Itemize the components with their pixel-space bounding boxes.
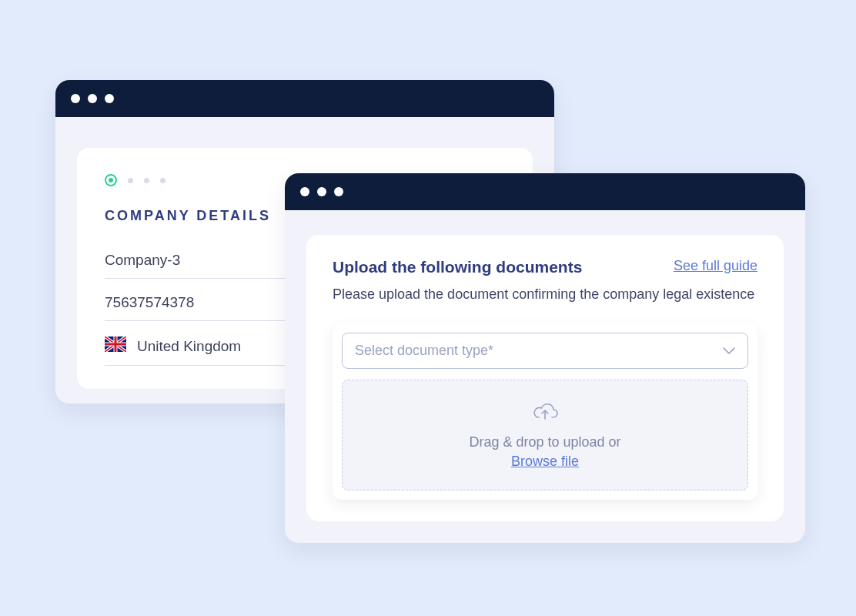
window-control-dot[interactable] bbox=[334, 187, 343, 196]
file-dropzone[interactable]: Drag & drop to upload or Browse file bbox=[342, 380, 748, 490]
upload-card: Upload the following documents See full … bbox=[306, 235, 784, 521]
uk-flag-icon bbox=[105, 336, 126, 356]
titlebar bbox=[285, 173, 805, 210]
window-control-dot[interactable] bbox=[317, 187, 326, 196]
svg-rect-4 bbox=[105, 343, 126, 346]
document-type-select[interactable]: Select document type* bbox=[342, 333, 748, 369]
see-full-guide-link[interactable]: See full guide bbox=[674, 258, 757, 274]
upload-block: Select document type* Drag & drop to upl… bbox=[333, 323, 757, 500]
titlebar bbox=[55, 80, 554, 117]
window-control-dot[interactable] bbox=[105, 94, 114, 103]
window-control-dot[interactable] bbox=[71, 94, 80, 103]
country-label: United Kingdom bbox=[137, 338, 241, 355]
dropzone-text: Drag & drop to upload or bbox=[350, 434, 740, 450]
document-type-placeholder: Select document type* bbox=[355, 343, 493, 359]
upload-title: Upload the following documents bbox=[333, 258, 582, 276]
cloud-upload-icon bbox=[531, 400, 559, 424]
step-dot-icon bbox=[160, 178, 166, 183]
upload-documents-window: Upload the following documents See full … bbox=[285, 173, 805, 543]
step-dot-icon bbox=[128, 178, 133, 183]
window-control-dot[interactable] bbox=[88, 94, 97, 103]
upload-description: Please upload the document confirming th… bbox=[333, 284, 757, 305]
step-dot-icon bbox=[144, 178, 149, 183]
step-1-active-icon bbox=[105, 174, 117, 186]
window-control-dot[interactable] bbox=[300, 187, 309, 196]
chevron-down-icon bbox=[723, 343, 735, 359]
browse-file-link[interactable]: Browse file bbox=[350, 454, 740, 470]
